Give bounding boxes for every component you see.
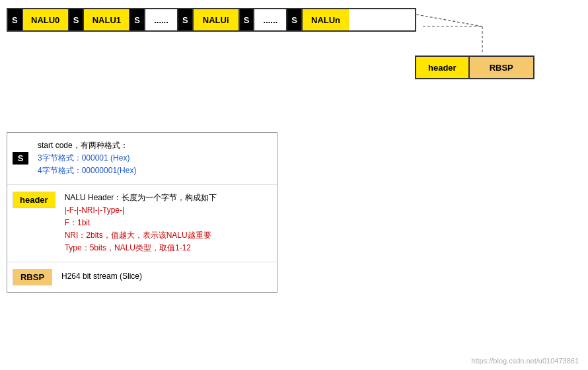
header-text-line2: |-F-|-NRI-|-Type-| [65, 204, 217, 217]
header-text-line4: NRI：2bits，值越大，表示该NALU越重要 [65, 229, 217, 242]
nalu-bar-container: S NALU0 S NALU1 S ...... S NALUi S .....… [7, 8, 581, 32]
legend-rbsp-label: RBSP [13, 269, 52, 285]
nalu-bar: S NALU0 S NALU1 S ...... S NALUi S .....… [7, 8, 416, 32]
legend-header-row: header NALU Header：长度为一个字节，构成如下 |-F-|-NR… [7, 185, 277, 262]
detail-rbsp-cell: RBSP [470, 57, 533, 78]
nalu-block-0: NALU0 [23, 9, 69, 30]
header-text-line1: NALU Header：长度为一个字节，构成如下 [65, 192, 217, 204]
legend-header-label: header [13, 192, 55, 208]
detail-rbsp-label: RBSP [490, 63, 513, 73]
legend-s-row: S start code，有两种格式： 3字节格式：000001 (Hex) 4… [7, 133, 277, 185]
header-text-line3: F：1bit [65, 217, 217, 229]
nalu-detail-box: header RBSP [415, 56, 534, 79]
watermark-text: https://blog.csdn.net/u010473861 [471, 357, 579, 365]
legend-s-label: S [13, 152, 28, 165]
nalu-s-0: S [8, 9, 23, 30]
s-text-line1: start code，有两种格式： [38, 139, 136, 152]
detail-header-cell: header [416, 57, 470, 78]
legend-header-text: NALU Header：长度为一个字节，构成如下 |-F-|-NRI-|-Typ… [65, 192, 217, 255]
legend-rbsp-row: RBSP H264 bit stream (Slice) [7, 262, 277, 292]
nalu-s-4: S [240, 9, 255, 30]
detail-header-label: header [428, 63, 457, 73]
s-text-line2: 3字节格式：000001 (Hex) [38, 152, 136, 165]
watermark: https://blog.csdn.net/u010473861 [471, 357, 579, 365]
s-text-line3: 4字节格式：00000001(Hex) [38, 165, 136, 177]
nalu-s-1: S [69, 9, 85, 30]
nalu-block-1: NALU1 [84, 9, 130, 30]
rbsp-text-line1: H264 bit stream (Slice) [61, 270, 142, 283]
nalu-dots-2: ...... [254, 9, 287, 30]
nalu-block-n: NALUn [303, 9, 349, 30]
legend-s-text: start code，有两种格式： 3字节格式：000001 (Hex) 4字节… [38, 139, 136, 178]
header-text-line5: Type：5bits，NALU类型，取值1-12 [65, 242, 217, 254]
nalu-s-3: S [178, 9, 194, 30]
nalu-block-i: NALUi [194, 9, 240, 30]
nalu-dots-1: ...... [145, 9, 178, 30]
nalu-s-2: S [130, 9, 145, 30]
nalu-s-5: S [287, 9, 303, 30]
legend-box: S start code，有两种格式： 3字节格式：000001 (Hex) 4… [7, 132, 277, 293]
legend-rbsp-text: H264 bit stream (Slice) [61, 270, 142, 283]
